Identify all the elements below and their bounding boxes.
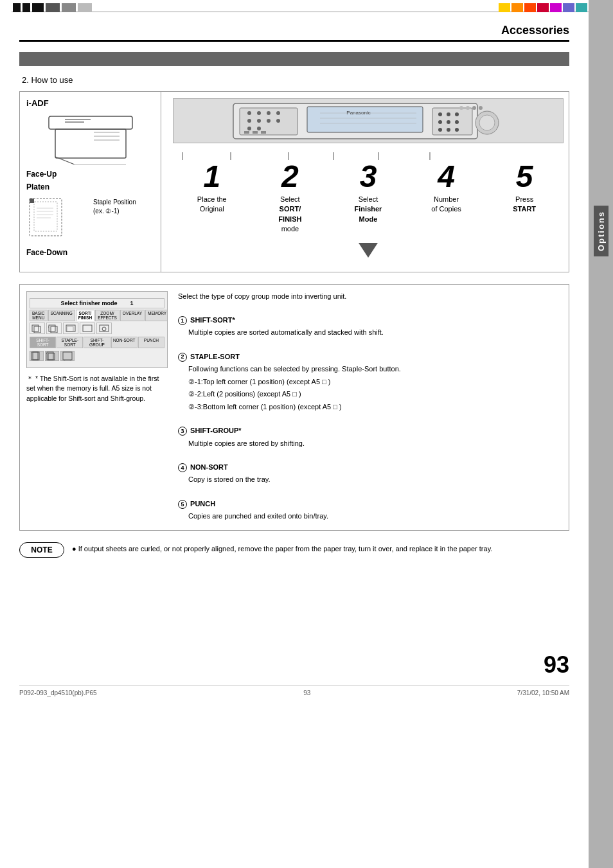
fm-icon-2 xyxy=(46,323,62,334)
fm-tab-basic: BASIC MENU xyxy=(30,310,48,321)
mode-1-title: SHIFT-SORT* xyxy=(190,316,235,324)
svg-point-33 xyxy=(438,120,442,124)
step-2-label: SelectSORT/FINISHmode xyxy=(278,195,301,235)
color-block-blue xyxy=(563,3,574,12)
fm-buttons-row: SHIFT-SORT STAPLE-SORT SHIFT-GROUP NON-S… xyxy=(30,337,164,348)
svg-rect-43 xyxy=(253,131,258,134)
mode-4: 4 NON-SORT xyxy=(178,462,562,474)
svg-point-22 xyxy=(276,111,280,115)
svg-rect-11 xyxy=(30,199,34,203)
mode-2-number: 2 xyxy=(178,353,187,362)
color-block-magenta xyxy=(550,3,562,12)
svg-point-40 xyxy=(479,115,495,130)
page-number: 93 xyxy=(19,645,569,678)
fm-tab-overlay: OVERLAY xyxy=(120,310,145,321)
modes-title: Select the type of copy group mode into … xyxy=(178,291,562,303)
svg-point-30 xyxy=(438,112,442,116)
asterisk-note: ＊ xyxy=(26,375,33,382)
fm-btn-staple-sort: STAPLE-SORT xyxy=(57,337,83,348)
svg-point-24 xyxy=(257,119,261,123)
mode-1-number: 1 xyxy=(178,316,187,325)
fm-si-1 xyxy=(30,351,44,361)
svg-rect-9 xyxy=(30,199,62,236)
fm-tab-sort: SORT/FINISH xyxy=(76,310,94,321)
color-block-cyan xyxy=(576,3,587,12)
mode-5-number: 5 xyxy=(178,500,187,509)
step-5-label: PressSTART xyxy=(513,195,536,215)
face-down-label: Face-Down xyxy=(26,248,67,257)
fm-icon-4 xyxy=(80,323,95,334)
color-block-orange xyxy=(511,3,523,12)
right-sidebar: Options xyxy=(589,0,613,868)
fm-icons-row xyxy=(30,323,164,334)
svg-marker-58 xyxy=(359,243,378,258)
svg-rect-66 xyxy=(83,325,92,332)
deco-block-2 xyxy=(22,3,30,12)
how-to-use-label: 2. How to use xyxy=(19,75,569,85)
mode-1: 1 SHIFT-SORT* xyxy=(178,315,562,326)
mode-2-sub-1: ②-1:Top left corner (1 position) (except… xyxy=(178,376,562,388)
page-title: Accessories xyxy=(19,19,569,42)
fm-icon-5 xyxy=(96,323,112,334)
svg-rect-42 xyxy=(244,131,249,134)
fm-tab-scanning: SCANNING xyxy=(48,310,75,321)
finisher-mode-panel: Select finisher mode 1 BASIC MENU SCANNI… xyxy=(26,291,168,524)
footer-left: P092-093_dp4510(pb).P65 xyxy=(19,689,97,696)
diagram-panel: i-ADF Fac xyxy=(20,92,161,272)
step-4: 4 Numberof Copies xyxy=(418,161,475,215)
deco-block-1 xyxy=(13,3,21,12)
fm-btn-shift-sort: SHIFT-SORT xyxy=(30,337,56,348)
iadf-label: i-ADF xyxy=(26,98,49,108)
svg-point-47 xyxy=(466,106,470,110)
mode-5-title: PUNCH xyxy=(190,500,215,508)
svg-rect-44 xyxy=(261,131,266,134)
svg-point-45 xyxy=(479,106,483,110)
svg-point-25 xyxy=(267,119,271,123)
step-3: 3 SelectFinisherMode xyxy=(339,161,397,224)
svg-point-23 xyxy=(247,119,251,123)
fm-btn-punch: PUNCH xyxy=(138,337,164,348)
step-5: 5 PressSTART xyxy=(495,161,553,215)
lower-section: Select finisher mode 1 BASIC MENU SCANNI… xyxy=(19,284,569,531)
page-wrapper: Options Accessories 2. How to use i-ADF xyxy=(0,0,613,868)
mode-3-desc: Multiple copies are stored by shifting. xyxy=(178,438,562,450)
svg-point-20 xyxy=(257,111,261,115)
mode-3-title: SHIFT-GROUP* xyxy=(190,427,241,434)
fm-si-3 xyxy=(60,351,75,361)
svg-line-72 xyxy=(46,353,47,354)
svg-point-48 xyxy=(459,106,463,110)
step-1-number: 1 xyxy=(203,161,220,192)
fm-btn-non-sort: NON-SORT xyxy=(111,337,138,348)
section-header xyxy=(19,52,569,66)
modes-description: Select the type of copy group mode into … xyxy=(178,291,562,524)
svg-point-38 xyxy=(455,128,459,132)
mode-5: 5 PUNCH xyxy=(178,499,562,510)
step-5-number: 5 xyxy=(516,161,533,192)
fm-btn-shift-group: SHIFT-GROUP xyxy=(84,337,110,348)
mode-2-sub-3: ②-3:Bottom left corner (1 position) (exc… xyxy=(178,402,562,413)
finisher-note: ＊ * The Shift-Sort is not available in t… xyxy=(26,373,168,404)
top-color-row xyxy=(0,0,613,10)
deco-block-6 xyxy=(78,3,92,12)
note-label: NOTE xyxy=(19,542,64,558)
fm-small-icons xyxy=(30,351,164,361)
svg-point-31 xyxy=(447,112,450,116)
step-4-label: Numberof Copies xyxy=(431,195,461,215)
mode-2-desc: Following functions can be selected by p… xyxy=(178,364,562,375)
mode-2-title: STAPLE-SORT xyxy=(190,353,240,360)
svg-rect-64 xyxy=(66,325,75,332)
mode-3-number: 3 xyxy=(178,427,187,436)
fm-icon-1 xyxy=(30,323,45,334)
svg-point-46 xyxy=(472,106,476,110)
color-block-yellow xyxy=(499,3,510,12)
mode-4-title: NON-SORT xyxy=(190,463,228,471)
deco-block-4 xyxy=(46,3,60,12)
mode-3: 3 SHIFT-GROUP* xyxy=(178,425,562,437)
mode-2: 2 STAPLE-SORT xyxy=(178,351,562,363)
fm-icon-3 xyxy=(63,323,78,334)
bracket-svg xyxy=(173,151,449,161)
fm-si-2 xyxy=(45,351,59,361)
svg-point-36 xyxy=(438,128,442,132)
deco-block-3 xyxy=(32,3,44,12)
finisher-note-text: * The Shift-Sort is not available in the… xyxy=(26,375,159,403)
